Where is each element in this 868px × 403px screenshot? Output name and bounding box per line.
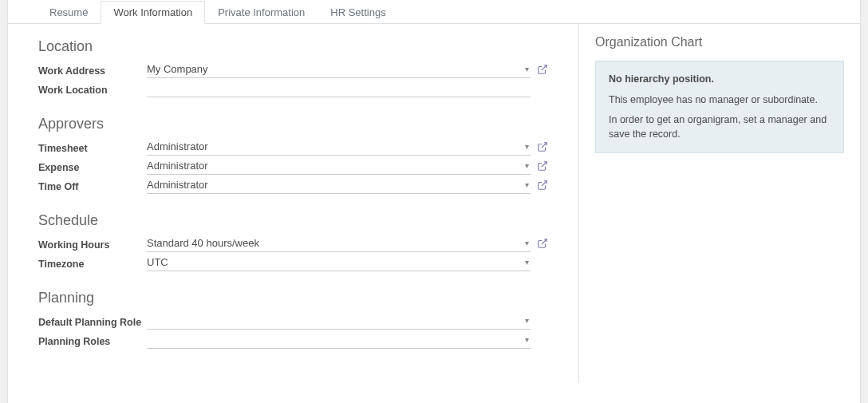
svg-line-2: [542, 162, 546, 167]
chevron-down-icon: ▾: [523, 316, 531, 325]
org-chart-title: Organization Chart: [595, 35, 844, 49]
section-planning: Planning Default Planning Role ▾: [38, 290, 548, 350]
value-work-address: My Company: [147, 63, 208, 75]
org-chart-box: No hierarchy position. This employee has…: [595, 61, 844, 153]
svg-line-0: [542, 65, 546, 70]
left-pane: Location Work Address My Company ▾: [8, 24, 579, 383]
chevron-down-icon: ▾: [523, 258, 531, 267]
chevron-down-icon: ▾: [523, 239, 531, 247]
label-expense: Expense: [38, 159, 147, 173]
chevron-down-icon: ▾: [523, 335, 531, 344]
external-link-icon[interactable]: [537, 160, 548, 172]
section-approvers: Approvers Timesheet Administrator ▾: [38, 116, 548, 195]
field-work-address: Work Address My Company ▾: [38, 60, 548, 79]
tab-bar: Resumé Work Information Private Informat…: [8, 0, 860, 24]
value-expense: Administrator: [147, 160, 208, 172]
svg-line-4: [542, 239, 546, 244]
section-title-planning: Planning: [38, 290, 548, 306]
tab-hr-settings[interactable]: HR Settings: [318, 1, 398, 24]
value-timezone: UTC: [147, 256, 168, 268]
field-work-location: Work Location ▾: [38, 79, 548, 98]
input-timesheet[interactable]: Administrator ▾: [147, 138, 531, 156]
tab-work-information[interactable]: Work Information: [101, 1, 205, 24]
tab-resume[interactable]: Resumé: [37, 1, 101, 24]
page-container: Resumé Work Information Private Informat…: [7, 0, 861, 403]
org-chart-no-position: No hierarchy position.: [609, 73, 831, 87]
input-planning-roles[interactable]: ▾: [147, 331, 531, 349]
chevron-down-icon: ▾: [523, 65, 531, 73]
external-link-icon[interactable]: [537, 238, 548, 249]
input-timeoff[interactable]: Administrator ▾: [147, 176, 531, 194]
value-working-hours: Standard 40 hours/week: [147, 237, 259, 249]
input-working-hours[interactable]: Standard 40 hours/week ▾: [147, 235, 531, 252]
section-title-location: Location: [38, 38, 548, 55]
input-default-planning-role[interactable]: ▾: [147, 312, 531, 330]
field-expense: Expense Administrator ▾: [38, 156, 548, 176]
field-timesheet: Timesheet Administrator ▾: [38, 137, 548, 156]
input-work-location[interactable]: ▾: [147, 80, 531, 97]
input-expense[interactable]: Administrator ▾: [147, 157, 531, 175]
label-working-hours: Working Hours: [38, 236, 147, 251]
org-chart-line1: This employee has no manager or subordin…: [609, 93, 831, 108]
content-split: Location Work Address My Company ▾: [8, 24, 860, 383]
svg-line-3: [542, 181, 546, 186]
section-title-approvers: Approvers: [38, 116, 548, 132]
label-timezone: Timezone: [38, 255, 147, 270]
external-link-icon[interactable]: [537, 180, 548, 191]
external-link-icon[interactable]: [537, 64, 548, 75]
input-timezone[interactable]: UTC ▾: [147, 254, 531, 271]
field-planning-roles: Planning Roles ▾: [38, 330, 548, 350]
org-chart-line2: In order to get an organigram, set a man…: [609, 113, 831, 141]
section-schedule: Schedule Working Hours Standard 40 hours…: [38, 212, 548, 272]
field-default-planning-role: Default Planning Role ▾: [38, 311, 548, 330]
label-default-planning-role: Default Planning Role: [38, 314, 147, 328]
value-timeoff: Administrator: [147, 179, 208, 191]
label-timesheet: Timesheet: [38, 140, 147, 154]
value-timesheet: Administrator: [147, 140, 208, 152]
label-planning-roles: Planning Roles: [38, 333, 147, 347]
svg-line-1: [542, 143, 546, 148]
input-work-address[interactable]: My Company ▾: [147, 61, 531, 78]
right-pane: Organization Chart No hierarchy position…: [579, 24, 860, 383]
label-work-location: Work Location: [38, 81, 147, 96]
chevron-down-icon: ▾: [523, 161, 531, 170]
chevron-down-icon: ▾: [523, 142, 531, 151]
chevron-down-icon: ▾: [523, 180, 531, 189]
label-timeoff: Time Off: [38, 178, 147, 192]
section-title-schedule: Schedule: [38, 212, 548, 229]
label-work-address: Work Address: [38, 62, 147, 77]
field-timezone: Timezone UTC ▾: [38, 253, 548, 272]
external-link-icon[interactable]: [537, 141, 548, 152]
field-working-hours: Working Hours Standard 40 hours/week ▾: [38, 234, 548, 253]
field-timeoff: Time Off Administrator ▾: [38, 176, 548, 195]
section-location: Location Work Address My Company ▾: [38, 38, 548, 98]
tab-private-information[interactable]: Private Information: [205, 1, 318, 24]
